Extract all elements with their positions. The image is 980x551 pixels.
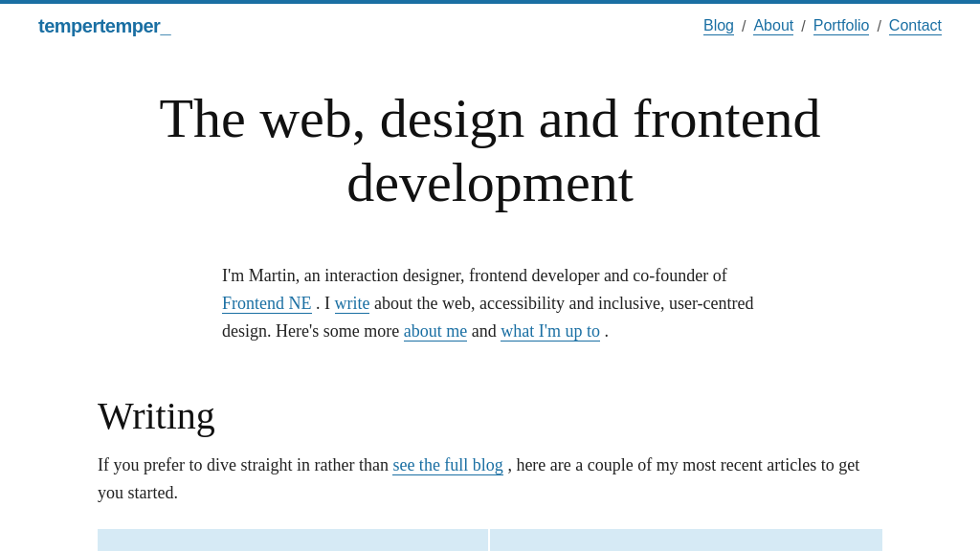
writing-section: Writing If you prefer to dive straight i… bbox=[98, 393, 882, 551]
intro-paragraph: I'm Martin, an interaction designer, fro… bbox=[222, 262, 758, 344]
frontend-ne-link[interactable]: Frontend NE bbox=[222, 294, 312, 314]
articles-grid: Keeping git status short Optional closin… bbox=[98, 529, 882, 551]
site-logo[interactable]: tempertemper_ bbox=[38, 15, 170, 37]
writing-title: Writing bbox=[98, 393, 882, 438]
intro-text-middle1: . I bbox=[316, 294, 330, 313]
nav-separator-1: / bbox=[742, 18, 746, 35]
nav-separator-2: / bbox=[801, 18, 805, 35]
article-card-2: Optional closing tags in HTML bbox=[490, 529, 882, 551]
writing-intro: If you prefer to dive straight in rather… bbox=[98, 452, 882, 507]
nav-blog[interactable]: Blog bbox=[703, 17, 734, 35]
about-me-link[interactable]: about me bbox=[404, 321, 467, 342]
write-link[interactable]: write bbox=[335, 294, 370, 314]
intro-text-before: I'm Martin, an interaction designer, fro… bbox=[222, 266, 727, 285]
site-header: tempertemper_ Blog / About / Portfolio /… bbox=[0, 0, 980, 49]
nav-about[interactable]: About bbox=[753, 17, 793, 35]
article-card-1: Keeping git status short bbox=[98, 529, 490, 551]
intro-text-end: . bbox=[604, 321, 609, 341]
nav-contact[interactable]: Contact bbox=[889, 17, 942, 35]
writing-intro-before: If you prefer to dive straight in rather… bbox=[98, 455, 389, 474]
logo-cursor: _ bbox=[160, 15, 170, 36]
intro-text-middle3: and bbox=[472, 321, 501, 341]
hero-title: The web, design and frontend development bbox=[98, 87, 882, 214]
full-blog-link[interactable]: see the full blog bbox=[392, 455, 502, 475]
logo-text: tempertemper bbox=[38, 15, 160, 36]
nav-portfolio[interactable]: Portfolio bbox=[813, 17, 870, 35]
main-nav: Blog / About / Portfolio / Contact bbox=[703, 17, 942, 35]
main-content: The web, design and frontend development… bbox=[59, 49, 921, 551]
nav-separator-3: / bbox=[877, 18, 880, 35]
what-im-up-to-link[interactable]: what I'm up to bbox=[501, 321, 600, 342]
